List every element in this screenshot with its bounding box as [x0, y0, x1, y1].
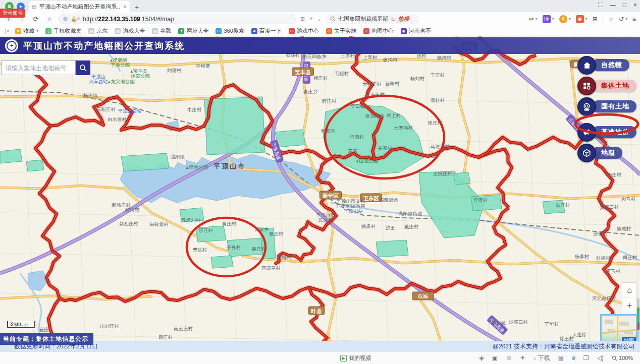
- map-label: 简城村: [617, 226, 631, 231]
- menu-item-label: 地籍: [592, 147, 622, 159]
- bookmark-item[interactable]: ⌂地图中心: [360, 27, 397, 35]
- wallet-icon[interactable]: ¥: [559, 15, 567, 23]
- map-label: 宋家: [348, 148, 358, 154]
- page-title: 平顶山市不动产地籍图公开查询系统: [23, 40, 185, 52]
- refresh-button[interactable]: ⟳: [31, 15, 40, 23]
- volume-icon[interactable]: ◁): [597, 354, 604, 361]
- menu-item-地籍[interactable]: 地籍: [577, 143, 636, 162]
- menu-item-自然幢[interactable]: 自然幢: [577, 55, 636, 75]
- map-label: 济庄村: [199, 227, 214, 233]
- bookmarks-expander-icon[interactable]: |>: [3, 28, 11, 34]
- parcel-search-input[interactable]: [1, 60, 76, 75]
- tab-close-icon[interactable]: ×: [124, 4, 127, 10]
- map-label: 曹坑村: [193, 247, 207, 253]
- minimize-button[interactable]: —: [610, 2, 616, 9]
- skin-icon[interactable]: ⛶: [598, 2, 602, 9]
- bookmark-item[interactable]: ▤谷歌: [149, 27, 174, 35]
- menu-item-国有土地[interactable]: 国有土地: [577, 97, 636, 116]
- svg-text:▲: ▲: [355, 159, 359, 163]
- maximize-button[interactable]: □: [623, 2, 626, 9]
- new-tab-button[interactable]: +: [130, 3, 144, 12]
- map-label: 张店南街: [365, 113, 385, 118]
- login-account-badge[interactable]: 登录账号: [0, 9, 25, 18]
- dropdown-chevron-icon[interactable]: ⌄: [317, 16, 322, 22]
- district-badge: 叶县: [308, 307, 325, 315]
- page-icon: ▤: [115, 28, 121, 34]
- map-label: 西高皇村: [261, 265, 281, 271]
- boost-rocket-icon[interactable]: ✈: [520, 354, 525, 361]
- map-label: 滍阳镇: [171, 154, 185, 159]
- bookmark-item[interactable]: ★收藏▾: [12, 27, 41, 35]
- map-label: 土寨沟村: [394, 125, 413, 131]
- map-label: 孙街村: [125, 207, 140, 212]
- map-label: 营家村: [385, 81, 400, 86]
- active-tab[interactable]: ▤ 平顶山不动产地籍图公开查询系… ×: [29, 1, 130, 12]
- extensions-grid-icon[interactable]: ⊞: [593, 16, 598, 23]
- map-label: 岳家村: [378, 145, 393, 151]
- map-canvas[interactable]: 郑尧高速宁洛高速宁洛高速兰南高速宝丰县郏县襄城县新华区卫东区叶县G36石洼村姚庄…: [0, 36, 640, 351]
- map-label: 康庄村: [158, 334, 173, 340]
- page-icon: ▤: [152, 28, 158, 34]
- search-query[interactable]: 七国集团制裁俄罗斯: [338, 15, 388, 23]
- my-videos-button[interactable]: ▶ 我的视频: [340, 354, 371, 362]
- printer-icon[interactable]: ▤: [558, 354, 564, 361]
- map-label: 张徐村: [594, 231, 608, 236]
- map-label: 中和寨: [196, 63, 210, 69]
- blocks-icon: [577, 77, 596, 95]
- map-label: 王斌庄村: [433, 171, 453, 176]
- bookmark-item[interactable]: ◉河南省不: [398, 27, 434, 35]
- bookmark-item[interactable]: ♣百度一下: [248, 27, 285, 35]
- home-button[interactable]: ⌂: [45, 15, 54, 23]
- url-text[interactable]: http://222.143.35.109:1504/#/map: [83, 16, 174, 23]
- map-home-button[interactable]: ⌂: [622, 283, 636, 298]
- accelerate-icon[interactable]: ⚡: [309, 16, 313, 22]
- history-undo-icon[interactable]: ↺: [619, 16, 624, 23]
- window-split-icon[interactable]: ❐: [583, 354, 589, 361]
- page-zoom-control[interactable]: 100%: [612, 355, 633, 361]
- close-button[interactable]: ×: [633, 2, 637, 9]
- circle-icon: O: [216, 28, 222, 34]
- map-label: 李口镇: [351, 103, 365, 109]
- menu-item-label: 基准地价: [592, 126, 636, 138]
- bookmark-item[interactable]: ✦网址大全: [175, 27, 211, 35]
- parcel-search-button[interactable]: [76, 60, 90, 75]
- svg-text:▲: ▲: [110, 58, 114, 63]
- download-button[interactable]: ↓ 下载: [533, 354, 550, 362]
- address-bar[interactable]: 🔒× http://222.143.35.109:1504/#/map: [59, 14, 296, 24]
- game-center-icon[interactable]: ◉: [576, 15, 584, 23]
- menu-item-基准地价[interactable]: 基准地价: [577, 123, 636, 142]
- bookmark-item[interactable]: ▤游戏大全: [112, 27, 148, 35]
- zoom-in-button[interactable]: +: [622, 298, 636, 313]
- layer-menu: 自然幢集体土地国有土地基准地价地籍: [577, 55, 636, 162]
- map-label: 平顶山火车西站: [89, 74, 108, 84]
- app-status-bar: 数据更新时间：2022年2月11日 @2021 技术支持：河南省金地遥感测绘技术…: [0, 341, 640, 351]
- map-label: 沙渡口村: [509, 319, 528, 325]
- screenshot-scissors-icon[interactable]: ✂: [529, 16, 534, 23]
- theme-sun-icon[interactable]: ☼: [608, 16, 614, 23]
- shield-icon[interactable]: ◈: [479, 354, 484, 361]
- map-label: 程庄村: [322, 98, 337, 104]
- map-label: 戴庄村: [404, 224, 419, 229]
- ie-mode-icon[interactable]: e: [572, 354, 575, 361]
- apps-grid-icon[interactable]: ⊞: [300, 16, 305, 22]
- game-icon: G: [289, 28, 295, 34]
- search-icon: [330, 16, 336, 22]
- quick-search-box[interactable]: 七国集团制裁俄罗斯 ♨ 热搜: [326, 14, 419, 24]
- menu-hamburger-icon[interactable]: ≡: [632, 16, 636, 23]
- map-label: 山顶公园: [359, 158, 378, 163]
- bookmark-item[interactable]: ▯手机收藏夹: [42, 27, 84, 35]
- site-info-icon[interactable]: [63, 17, 68, 21]
- hot-search-label[interactable]: 热搜: [398, 15, 409, 23]
- browser-window: e ➤ ▤ 平顶山不动产地籍图公开查询系… × + ⛶ — □ × 登录账号 ‹…: [0, 0, 640, 364]
- emblem-icon: [577, 97, 596, 116]
- picture-icon[interactable]: ▣: [492, 354, 498, 361]
- menu-item-集体土地[interactable]: 集体土地: [577, 76, 636, 95]
- translate-icon[interactable]: 译: [543, 15, 551, 23]
- bookmark-item[interactable]: ♨关于实施: [323, 27, 359, 35]
- bookmark-item[interactable]: ▤京东: [85, 27, 111, 35]
- bookmark-item[interactable]: G游戏中心: [286, 27, 322, 35]
- svg-text:▲: ▲: [130, 69, 134, 74]
- map-label: 廉村镇: [492, 320, 506, 326]
- bookmark-item[interactable]: O360搜索: [212, 27, 247, 35]
- emotion-icon[interactable]: ☺: [506, 354, 512, 361]
